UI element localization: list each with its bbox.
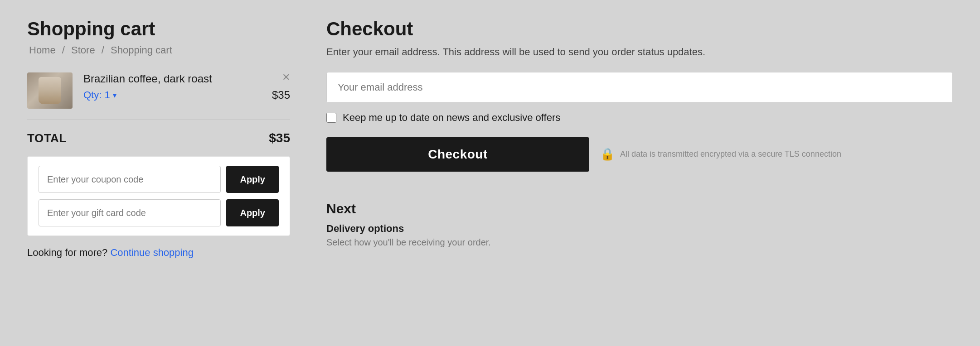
- lock-icon: 🔒: [600, 147, 615, 161]
- next-title: Next: [326, 201, 953, 216]
- newsletter-label: Keep me up to date on news and exclusive…: [343, 112, 560, 124]
- breadcrumb-current: Shopping cart: [111, 44, 172, 56]
- security-text: All data is transmitted encrypted via a …: [620, 149, 841, 160]
- coupon-input[interactable]: [39, 166, 221, 193]
- checkout-actions: Checkout 🔒 All data is transmitted encry…: [326, 137, 953, 172]
- qty-selector[interactable]: Qty: 1 ▾: [83, 89, 116, 101]
- breadcrumb: Home / Store / Shopping cart: [27, 44, 290, 56]
- gift-card-row: Apply: [39, 199, 279, 226]
- checkout-subtitle: Enter your email address. This address w…: [326, 45, 953, 59]
- cart-panel: Shopping cart Home / Store / Shopping ca…: [27, 18, 290, 328]
- newsletter-checkbox[interactable]: [326, 113, 336, 123]
- total-label: TOTAL: [27, 131, 67, 145]
- item-image: [27, 72, 73, 109]
- breadcrumb-home[interactable]: Home: [29, 44, 56, 56]
- item-name: Brazilian coffee, dark roast: [83, 72, 212, 85]
- delivery-label: Delivery options: [326, 223, 953, 235]
- remove-item-icon[interactable]: ✕: [282, 72, 290, 82]
- cart-item: Brazilian coffee, dark roast ✕ Qty: 1 ▾ …: [27, 72, 290, 120]
- cart-total-row: TOTAL $35: [27, 131, 290, 145]
- cart-title: Shopping cart: [27, 18, 290, 40]
- checkout-button[interactable]: Checkout: [326, 137, 589, 172]
- chevron-down-icon: ▾: [113, 91, 116, 100]
- breadcrumb-sep2: /: [102, 44, 104, 56]
- breadcrumb-sep1: /: [62, 44, 65, 56]
- breadcrumb-store[interactable]: Store: [71, 44, 95, 56]
- gift-card-input[interactable]: [39, 199, 221, 226]
- delivery-sub: Select how you'll be receiving your orde…: [326, 237, 953, 248]
- email-input[interactable]: [326, 72, 953, 103]
- item-price: $35: [272, 89, 290, 101]
- next-section: Next Delivery options Select how you'll …: [326, 190, 953, 248]
- continue-text: Looking for more?: [27, 247, 107, 258]
- checkout-title: Checkout: [326, 18, 953, 40]
- checkout-panel: Checkout Enter your email address. This …: [326, 18, 953, 328]
- coupon-apply-button[interactable]: Apply: [226, 166, 279, 193]
- continue-shopping-row: Looking for more? Continue shopping: [27, 247, 290, 259]
- security-info: 🔒 All data is transmitted encrypted via …: [600, 147, 841, 161]
- total-amount: $35: [269, 131, 290, 145]
- coffee-bag-icon: [39, 77, 61, 104]
- promo-card: Apply Apply: [27, 156, 290, 236]
- item-thumbnail: [27, 72, 73, 109]
- qty-label: Qty: 1: [83, 89, 110, 101]
- item-details: Brazilian coffee, dark roast ✕ Qty: 1 ▾ …: [83, 72, 290, 101]
- continue-shopping-link[interactable]: Continue shopping: [110, 247, 193, 258]
- gift-card-apply-button[interactable]: Apply: [226, 199, 279, 226]
- coupon-row: Apply: [39, 166, 279, 193]
- newsletter-row: Keep me up to date on news and exclusive…: [326, 112, 953, 124]
